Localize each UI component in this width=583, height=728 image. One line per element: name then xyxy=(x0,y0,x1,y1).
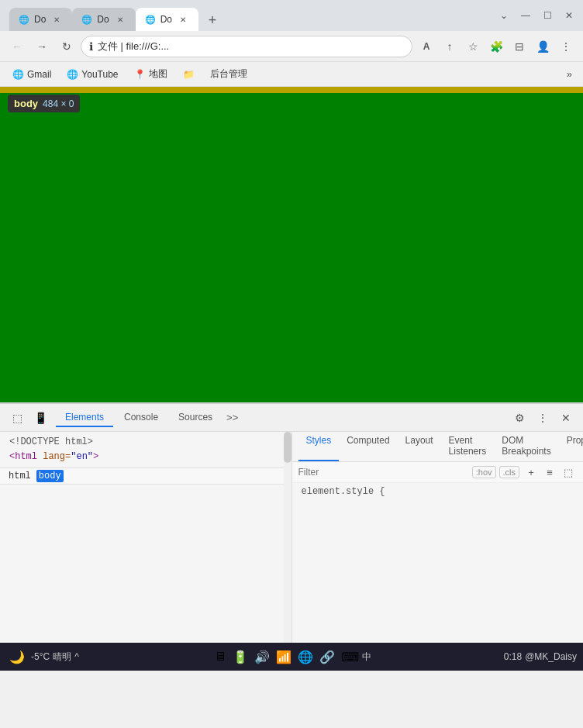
style-tab-computed[interactable]: Computed xyxy=(339,432,397,461)
devtools-close-button[interactable]: ✕ xyxy=(555,407,577,429)
cls-badge[interactable]: .cls xyxy=(499,466,520,478)
tab1-favicon: 🌐 xyxy=(19,14,29,25)
devtools-gear-button[interactable]: ⚙ xyxy=(509,407,530,429)
devtools-tab-sources[interactable]: Sources xyxy=(169,409,222,427)
youtube-favicon: 🌐 xyxy=(67,69,78,80)
bookmarks-bar: 🌐 Gmail 🌐 YouTube 📍 地图 📁 后台管理 » xyxy=(0,62,583,87)
device-toggle-button[interactable]: 📱 xyxy=(29,407,51,429)
tab3-close[interactable]: ✕ xyxy=(177,13,189,26)
styles-tabs-bar: Styles Computed Layout Event Listeners D… xyxy=(292,432,584,462)
taskbar: 🌙 -5°C 晴明 ^ 🖥 🔋 🔊 📶 🌐 🔗 ⌨ 中 0:18 @MK_Dai… xyxy=(0,643,583,671)
styles-element-rule: element.style { xyxy=(292,483,584,500)
forward-button[interactable]: → xyxy=(31,36,53,57)
taskbar-arrow: ^ xyxy=(74,651,79,662)
taskbar-wifi-icon[interactable]: 🌐 xyxy=(295,648,316,666)
translate-button[interactable]: A xyxy=(416,36,437,57)
tab1-close[interactable]: ✕ xyxy=(50,13,63,26)
window-maximize-button[interactable]: ☐ xyxy=(540,8,555,23)
maps-favicon: 📍 xyxy=(134,69,146,80)
top-strip xyxy=(0,87,583,93)
devtools-tabs-more[interactable]: >> xyxy=(223,412,241,423)
breadcrumb-html[interactable]: html xyxy=(6,470,33,482)
taskbar-language: 中 xyxy=(362,650,371,664)
bookmark-folder[interactable]: 📁 xyxy=(177,67,201,81)
address-info-icon: ℹ xyxy=(89,40,93,53)
window-chevron-button[interactable]: ⌄ xyxy=(496,8,512,23)
toggle-style-button[interactable]: ≡ xyxy=(541,464,558,481)
page-content: body 484 × 0 xyxy=(0,87,583,402)
address-bar[interactable]: ℹ 文件 | file:///G:... xyxy=(81,36,412,57)
bookmark-youtube[interactable]: 🌐 YouTube xyxy=(60,67,124,81)
devtools-code-panel: <!DOCTYPE html> <html lang="en"> xyxy=(0,432,292,468)
share-button[interactable]: ↑ xyxy=(439,36,461,57)
style-tab-properties[interactable]: Properties xyxy=(559,432,583,461)
devtools-tab-elements[interactable]: Elements xyxy=(56,409,113,427)
style-tab-layout[interactable]: Layout xyxy=(398,432,441,461)
tab2-title: Do xyxy=(97,14,109,25)
extensions-button[interactable]: 🧩 xyxy=(485,36,507,57)
inspect-element-button[interactable]: ⬚ xyxy=(6,407,28,429)
taskbar-link-icon[interactable]: 🔗 xyxy=(316,648,338,666)
taskbar-time: 0:18 xyxy=(504,651,522,662)
devtools-tabs-bar: ⬚ 📱 Elements Console Sources >> ⚙ ⋮ ✕ xyxy=(0,404,583,432)
html-tag-line[interactable]: <html lang="en"> xyxy=(9,450,282,464)
style-tab-event-listeners[interactable]: Event Listeners xyxy=(441,432,495,461)
title-bar: 🌐 Do ✕ 🌐 Do ✕ 🌐 Do ✕ + ⌄ — ☐ ✕ xyxy=(0,0,583,31)
taskbar-weather: 晴明 xyxy=(53,650,71,664)
browser-content: body 484 × 0 xyxy=(0,87,583,402)
devtools-content: <!DOCTYPE html> <html lang="en"> html bo… xyxy=(0,432,583,643)
html-close-bracket: > xyxy=(93,451,98,462)
filter-icon-group: + ≡ ⬚ xyxy=(523,464,577,481)
breadcrumb-body[interactable]: body xyxy=(36,470,64,482)
bookmark-gmail[interactable]: 🌐 Gmail xyxy=(6,67,57,81)
tab2-favicon: 🌐 xyxy=(81,14,92,25)
devtools-right-icons: ⚙ ⋮ ✕ xyxy=(509,407,577,429)
taskbar-user: @MK_Daisy xyxy=(525,651,577,662)
taskbar-temperature: -5°C xyxy=(31,651,50,662)
html-lang-value: "en" xyxy=(71,451,93,462)
window-close-button[interactable]: ✕ xyxy=(561,8,577,23)
devtools-html-scrollbar[interactable] xyxy=(284,432,292,643)
new-tab-button[interactable]: + xyxy=(202,9,223,31)
taskbar-network-icon[interactable]: 📶 xyxy=(273,648,295,666)
tab3-title: Do xyxy=(160,14,172,25)
devtools-panel: ⬚ 📱 Elements Console Sources >> ⚙ ⋮ ✕ <!… xyxy=(0,402,583,643)
tab3-favicon: 🌐 xyxy=(145,14,156,25)
bookmark-maps[interactable]: 📍 地图 xyxy=(128,66,174,82)
taskbar-keyboard-icon[interactable]: ⌨ xyxy=(338,648,362,666)
devtools-dots-button[interactable]: ⋮ xyxy=(532,407,554,429)
color-picker-button[interactable]: ⬚ xyxy=(560,464,577,481)
tab1-title: Do xyxy=(34,14,46,25)
bookmark-button[interactable]: ☆ xyxy=(462,36,484,57)
more-button[interactable]: ⋮ xyxy=(555,36,577,57)
bookmark-backend[interactable]: 后台管理 xyxy=(204,66,254,82)
devtools-left-icons: ⬚ 📱 xyxy=(6,407,51,429)
taskbar-system-icon[interactable]: 🖥 xyxy=(211,648,229,665)
browser-tab-3[interactable]: 🌐 Do ✕ xyxy=(136,8,198,31)
html-tag-name: html xyxy=(15,451,37,462)
taskbar-volume-icon[interactable]: 🔊 xyxy=(251,648,273,666)
taskbar-left: 🌙 -5°C 晴明 ^ xyxy=(6,648,79,666)
taskbar-moon-icon: 🌙 xyxy=(6,648,28,666)
hov-badge[interactable]: :hov xyxy=(472,466,496,478)
taskbar-center: 🖥 🔋 🔊 📶 🌐 🔗 ⌨ 中 xyxy=(82,648,501,666)
tooltip-tag: body xyxy=(14,98,38,109)
browser-tab-2[interactable]: 🌐 Do ✕ xyxy=(72,8,135,31)
style-tab-styles[interactable]: Styles xyxy=(298,432,340,461)
window-minimize-button[interactable]: — xyxy=(518,8,533,23)
tab2-close[interactable]: ✕ xyxy=(114,13,126,26)
window-controls: ⌄ — ☐ ✕ xyxy=(496,8,577,23)
taskbar-battery-icon[interactable]: 🔋 xyxy=(229,648,251,666)
add-style-button[interactable]: + xyxy=(523,464,540,481)
style-tab-dom-breakpoints[interactable]: DOM Breakpoints xyxy=(494,432,558,461)
devtools-tab-console[interactable]: Console xyxy=(115,409,167,427)
bookmarks-more-button[interactable]: » xyxy=(562,67,577,81)
split-view-button[interactable]: ⊟ xyxy=(509,36,530,57)
back-button[interactable]: ← xyxy=(6,36,28,57)
browser-tab-1[interactable]: 🌐 Do ✕ xyxy=(9,8,72,31)
address-text: 文件 | file:///G:... xyxy=(98,40,404,53)
refresh-button[interactable]: ↻ xyxy=(56,36,78,57)
styles-filter-input[interactable] xyxy=(298,467,469,478)
devtools-html-scrollbar-thumb[interactable] xyxy=(284,432,292,463)
profile-button[interactable]: 👤 xyxy=(532,36,554,57)
